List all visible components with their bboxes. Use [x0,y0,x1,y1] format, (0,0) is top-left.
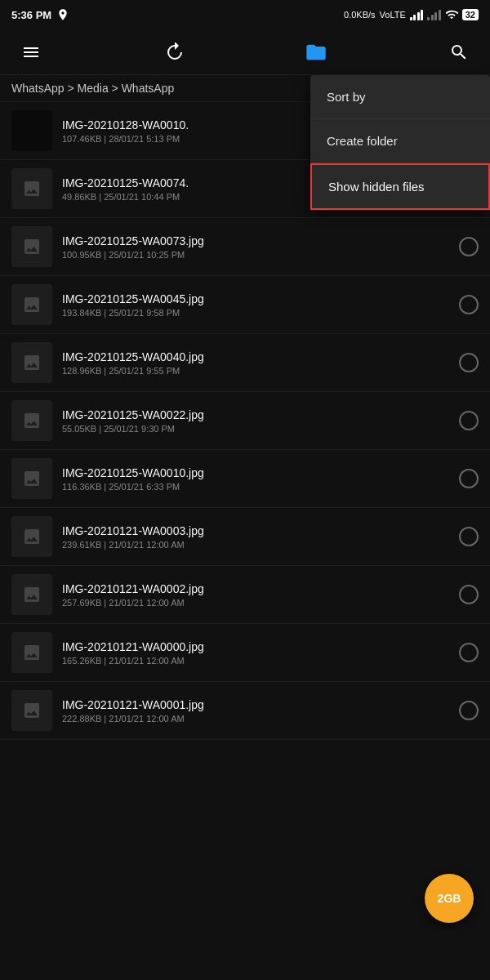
battery-level: 32 [466,10,475,20]
file-thumbnail [11,400,52,441]
file-item[interactable]: IMG-20210125-WA0022.jpg55.05KB | 25/01/2… [0,392,490,450]
file-info: IMG-20210125-WA0073.jpg100.95KB | 25/01/… [62,234,452,260]
time: 5:36 PM [11,9,51,21]
battery-indicator: 32 [462,9,479,20]
file-thumbnail [11,516,52,557]
file-meta: 239.61KB | 21/01/21 12:00 AM [62,540,452,550]
menu-button[interactable] [16,38,46,67]
file-item[interactable]: IMG-20210121-WA0003.jpg239.61KB | 21/01/… [0,508,490,566]
file-select-circle[interactable] [459,585,479,604]
dropdown-show-hidden-files[interactable]: Show hidden files [310,163,490,210]
file-thumbnail [11,342,52,383]
file-thumbnail [11,632,52,673]
file-info: IMG-20210125-WA0010.jpg116.36KB | 25/01/… [62,466,452,492]
dropdown-sort-by[interactable]: Sort by [310,75,490,119]
status-bar: 5:36 PM 0.0KB/s VoLTE 32 [0,0,490,29]
file-info: IMG-20210125-WA0022.jpg55.05KB | 25/01/2… [62,408,452,434]
file-info: IMG-20210121-WA0001.jpg222.88KB | 21/01/… [62,698,452,724]
file-item[interactable]: IMG-20210125-WA0073.jpg100.95KB | 25/01/… [0,218,490,276]
file-select-circle[interactable] [459,527,479,546]
file-meta: 165.26KB | 21/01/21 12:00 AM [62,656,452,666]
file-info: IMG-20210125-WA0045.jpg193.84KB | 25/01/… [62,292,452,318]
file-select-circle[interactable] [459,469,479,488]
file-meta: 257.69KB | 21/01/21 12:00 AM [62,598,452,608]
toolbar [0,29,490,75]
fab-label: 2GB [438,892,461,905]
search-button[interactable] [444,38,474,67]
file-info: IMG-20210121-WA0002.jpg257.69KB | 21/01/… [62,582,452,608]
file-item[interactable]: IMG-20210125-WA0045.jpg193.84KB | 25/01/… [0,276,490,334]
folder-button[interactable] [301,38,331,67]
file-select-circle[interactable] [459,701,479,720]
file-item[interactable]: IMG-20210121-WA0000.jpg165.26KB | 21/01/… [0,624,490,682]
file-thumbnail [11,226,52,267]
file-info: IMG-20210121-WA0003.jpg239.61KB | 21/01/… [62,524,452,550]
breadcrumb-text: WhatsApp > Media > WhatsApp [11,82,174,95]
file-item[interactable]: IMG-20210121-WA0002.jpg257.69KB | 21/01/… [0,566,490,624]
file-thumbnail [11,168,52,209]
network-type: VoLTE [380,10,406,20]
drive-icon [56,8,69,21]
file-name: IMG-20210125-WA0040.jpg [62,350,452,363]
wifi-icon [445,8,458,21]
file-name: IMG-20210125-WA0073.jpg [62,234,452,247]
signal-bars-2 [427,9,441,20]
file-meta: 100.95KB | 25/01/21 10:25 PM [62,250,452,260]
file-select-circle[interactable] [459,643,479,662]
file-thumbnail [11,284,52,325]
file-meta: 55.05KB | 25/01/21 9:30 PM [62,424,452,434]
file-name: IMG-20210125-WA0010.jpg [62,466,452,479]
dropdown-create-folder[interactable]: Create folder [310,119,490,163]
file-meta: 128.96KB | 25/01/21 9:55 PM [62,366,452,376]
file-info: IMG-20210125-WA0040.jpg128.96KB | 25/01/… [62,350,452,376]
file-thumbnail [11,110,52,151]
file-name: IMG-20210121-WA0002.jpg [62,582,452,595]
file-select-circle[interactable] [459,295,479,314]
file-thumbnail [11,574,52,615]
file-item[interactable]: IMG-20210125-WA0010.jpg116.36KB | 25/01/… [0,450,490,508]
file-select-circle[interactable] [459,411,479,430]
file-name: IMG-20210121-WA0003.jpg [62,524,452,537]
network-speed: 0.0KB/s [344,10,376,20]
history-button[interactable] [159,38,189,67]
dropdown-menu: Sort by Create folder Show hidden files [310,75,490,210]
file-meta: 193.84KB | 25/01/21 9:58 PM [62,308,452,318]
fab-storage[interactable]: 2GB [425,874,474,923]
file-name: IMG-20210121-WA0000.jpg [62,640,452,653]
status-left: 5:36 PM [11,8,69,21]
signal-bars-1 [410,9,424,20]
file-item[interactable]: IMG-20210121-WA0001.jpg222.88KB | 21/01/… [0,682,490,740]
file-meta: 222.88KB | 21/01/21 12:00 AM [62,714,452,724]
file-select-circle[interactable] [459,237,479,256]
status-right: 0.0KB/s VoLTE 32 [344,8,479,21]
file-info: IMG-20210121-WA0000.jpg165.26KB | 21/01/… [62,640,452,666]
file-item[interactable]: IMG-20210125-WA0040.jpg128.96KB | 25/01/… [0,334,490,392]
file-meta: 116.36KB | 25/01/21 6:33 PM [62,482,452,492]
file-thumbnail [11,458,52,499]
file-name: IMG-20210125-WA0045.jpg [62,292,452,305]
file-select-circle[interactable] [459,353,479,372]
file-name: IMG-20210125-WA0022.jpg [62,408,452,421]
file-thumbnail [11,690,52,731]
file-name: IMG-20210121-WA0001.jpg [62,698,452,711]
